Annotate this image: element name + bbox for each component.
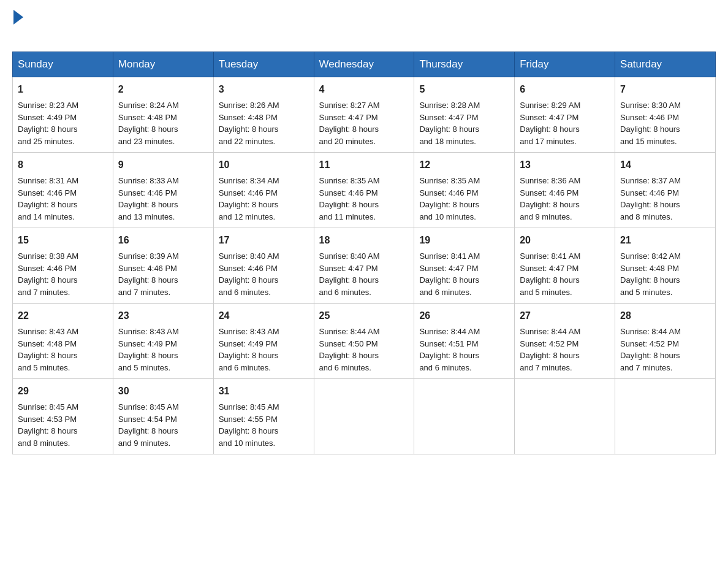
calendar-cell: 1 Sunrise: 8:23 AMSunset: 4:49 PMDayligh… <box>13 77 113 153</box>
calendar-cell: 27 Sunrise: 8:44 AMSunset: 4:52 PMDaylig… <box>515 304 615 379</box>
day-number: 21 <box>620 233 710 248</box>
logo-chevron-icon <box>13 10 23 25</box>
calendar-cell: 28 Sunrise: 8:44 AMSunset: 4:52 PMDaylig… <box>615 304 716 379</box>
day-number: 17 <box>219 233 309 248</box>
day-info: Sunrise: 8:24 AMSunset: 4:48 PMDaylight:… <box>118 101 179 146</box>
calendar-table: SundayMondayTuesdayWednesdayThursdayFrid… <box>12 52 716 454</box>
day-number: 14 <box>620 158 710 172</box>
calendar-cell: 12 Sunrise: 8:35 AMSunset: 4:46 PMDaylig… <box>414 153 515 228</box>
day-number: 8 <box>18 158 108 172</box>
day-info: Sunrise: 8:39 AMSunset: 4:46 PMDaylight:… <box>118 251 179 297</box>
calendar-cell <box>615 379 716 454</box>
calendar-cell <box>314 379 414 454</box>
day-info: Sunrise: 8:35 AMSunset: 4:46 PMDaylight:… <box>419 176 480 221</box>
weekday-header-saturday: Saturday <box>615 52 716 77</box>
day-number: 28 <box>620 308 710 323</box>
calendar-cell: 21 Sunrise: 8:42 AMSunset: 4:48 PMDaylig… <box>615 228 716 304</box>
day-number: 22 <box>18 308 108 323</box>
day-number: 18 <box>319 233 409 248</box>
calendar-cell: 18 Sunrise: 8:40 AMSunset: 4:47 PMDaylig… <box>314 228 414 304</box>
day-number: 13 <box>520 158 610 172</box>
day-number: 7 <box>620 82 710 97</box>
day-number: 5 <box>419 82 509 97</box>
day-info: Sunrise: 8:40 AMSunset: 4:47 PMDaylight:… <box>319 251 380 297</box>
day-info: Sunrise: 8:43 AMSunset: 4:49 PMDaylight:… <box>118 327 179 372</box>
calendar-cell: 24 Sunrise: 8:43 AMSunset: 4:49 PMDaylig… <box>213 304 314 379</box>
day-number: 4 <box>319 82 409 97</box>
day-info: Sunrise: 8:38 AMSunset: 4:46 PMDaylight:… <box>18 251 78 297</box>
day-info: Sunrise: 8:29 AMSunset: 4:47 PMDaylight:… <box>520 101 580 146</box>
day-number: 11 <box>319 158 409 172</box>
logo <box>12 12 25 45</box>
day-info: Sunrise: 8:42 AMSunset: 4:48 PMDaylight:… <box>620 251 681 297</box>
day-info: Sunrise: 8:44 AMSunset: 4:51 PMDaylight:… <box>419 327 480 372</box>
day-number: 19 <box>419 233 509 248</box>
day-info: Sunrise: 8:44 AMSunset: 4:52 PMDaylight:… <box>620 327 681 372</box>
calendar-week-3: 15 Sunrise: 8:38 AMSunset: 4:46 PMDaylig… <box>13 228 716 304</box>
day-info: Sunrise: 8:43 AMSunset: 4:49 PMDaylight:… <box>219 327 279 372</box>
calendar-cell: 22 Sunrise: 8:43 AMSunset: 4:48 PMDaylig… <box>13 304 113 379</box>
day-number: 16 <box>118 233 208 248</box>
day-number: 29 <box>18 384 108 399</box>
calendar-cell: 8 Sunrise: 8:31 AMSunset: 4:46 PMDayligh… <box>13 153 113 228</box>
day-number: 6 <box>520 82 610 97</box>
day-info: Sunrise: 8:41 AMSunset: 4:47 PMDaylight:… <box>520 251 580 297</box>
day-number: 12 <box>419 158 509 172</box>
calendar-cell: 17 Sunrise: 8:40 AMSunset: 4:46 PMDaylig… <box>213 228 314 304</box>
day-number: 1 <box>18 82 108 97</box>
day-info: Sunrise: 8:31 AMSunset: 4:46 PMDaylight:… <box>18 176 78 221</box>
weekday-header-thursday: Thursday <box>414 52 515 77</box>
calendar-cell: 20 Sunrise: 8:41 AMSunset: 4:47 PMDaylig… <box>515 228 615 304</box>
day-info: Sunrise: 8:34 AMSunset: 4:46 PMDaylight:… <box>219 176 279 221</box>
calendar-cell: 26 Sunrise: 8:44 AMSunset: 4:51 PMDaylig… <box>414 304 515 379</box>
day-number: 25 <box>319 308 409 323</box>
day-info: Sunrise: 8:40 AMSunset: 4:46 PMDaylight:… <box>219 251 279 297</box>
day-info: Sunrise: 8:45 AMSunset: 4:55 PMDaylight:… <box>219 402 279 448</box>
calendar-cell: 13 Sunrise: 8:36 AMSunset: 4:46 PMDaylig… <box>515 153 615 228</box>
calendar-cell: 10 Sunrise: 8:34 AMSunset: 4:46 PMDaylig… <box>213 153 314 228</box>
day-info: Sunrise: 8:23 AMSunset: 4:49 PMDaylight:… <box>18 101 78 146</box>
calendar-cell: 16 Sunrise: 8:39 AMSunset: 4:46 PMDaylig… <box>113 228 213 304</box>
weekday-header-wednesday: Wednesday <box>314 52 414 77</box>
calendar-cell: 30 Sunrise: 8:45 AMSunset: 4:54 PMDaylig… <box>113 379 213 454</box>
day-info: Sunrise: 8:30 AMSunset: 4:46 PMDaylight:… <box>620 101 681 146</box>
calendar-cell: 9 Sunrise: 8:33 AMSunset: 4:46 PMDayligh… <box>113 153 213 228</box>
calendar-cell: 25 Sunrise: 8:44 AMSunset: 4:50 PMDaylig… <box>314 304 414 379</box>
calendar-week-4: 22 Sunrise: 8:43 AMSunset: 4:48 PMDaylig… <box>13 304 716 379</box>
calendar-cell <box>515 379 615 454</box>
day-info: Sunrise: 8:33 AMSunset: 4:46 PMDaylight:… <box>118 176 179 221</box>
calendar-cell: 3 Sunrise: 8:26 AMSunset: 4:48 PMDayligh… <box>213 77 314 153</box>
day-number: 26 <box>419 308 509 323</box>
day-info: Sunrise: 8:45 AMSunset: 4:54 PMDaylight:… <box>118 402 179 448</box>
day-number: 20 <box>520 233 610 248</box>
calendar-cell: 5 Sunrise: 8:28 AMSunset: 4:47 PMDayligh… <box>414 77 515 153</box>
weekday-header-monday: Monday <box>113 52 213 77</box>
day-number: 9 <box>118 158 208 172</box>
day-info: Sunrise: 8:44 AMSunset: 4:52 PMDaylight:… <box>520 327 580 372</box>
day-number: 30 <box>118 384 208 399</box>
weekday-header-tuesday: Tuesday <box>213 52 314 77</box>
calendar-cell: 23 Sunrise: 8:43 AMSunset: 4:49 PMDaylig… <box>113 304 213 379</box>
calendar-cell: 4 Sunrise: 8:27 AMSunset: 4:47 PMDayligh… <box>314 77 414 153</box>
day-number: 31 <box>219 384 309 399</box>
day-info: Sunrise: 8:26 AMSunset: 4:48 PMDaylight:… <box>219 101 279 146</box>
calendar-cell: 19 Sunrise: 8:41 AMSunset: 4:47 PMDaylig… <box>414 228 515 304</box>
calendar-week-1: 1 Sunrise: 8:23 AMSunset: 4:49 PMDayligh… <box>13 77 716 153</box>
day-number: 27 <box>520 308 610 323</box>
day-info: Sunrise: 8:45 AMSunset: 4:53 PMDaylight:… <box>18 402 78 448</box>
day-number: 3 <box>219 82 309 97</box>
day-info: Sunrise: 8:41 AMSunset: 4:47 PMDaylight:… <box>419 251 480 297</box>
day-info: Sunrise: 8:35 AMSunset: 4:46 PMDaylight:… <box>319 176 380 221</box>
day-info: Sunrise: 8:28 AMSunset: 4:47 PMDaylight:… <box>419 101 480 146</box>
calendar-week-5: 29 Sunrise: 8:45 AMSunset: 4:53 PMDaylig… <box>13 379 716 454</box>
day-number: 24 <box>219 308 309 323</box>
day-info: Sunrise: 8:37 AMSunset: 4:46 PMDaylight:… <box>620 176 681 221</box>
calendar-cell: 2 Sunrise: 8:24 AMSunset: 4:48 PMDayligh… <box>113 77 213 153</box>
calendar-cell: 14 Sunrise: 8:37 AMSunset: 4:46 PMDaylig… <box>615 153 716 228</box>
calendar-week-2: 8 Sunrise: 8:31 AMSunset: 4:46 PMDayligh… <box>13 153 716 228</box>
day-number: 10 <box>219 158 309 172</box>
calendar-cell: 15 Sunrise: 8:38 AMSunset: 4:46 PMDaylig… <box>13 228 113 304</box>
page-header <box>12 12 716 45</box>
calendar-cell: 6 Sunrise: 8:29 AMSunset: 4:47 PMDayligh… <box>515 77 615 153</box>
calendar-cell: 7 Sunrise: 8:30 AMSunset: 4:46 PMDayligh… <box>615 77 716 153</box>
